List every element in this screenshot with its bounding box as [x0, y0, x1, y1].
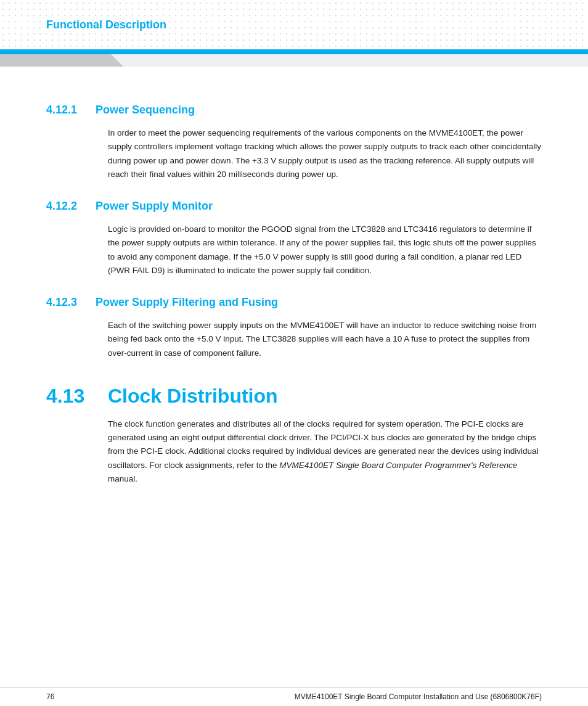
section-heading-4-12-1: 4.12.1 Power Sequencing — [46, 104, 542, 117]
body-text-4-12-1: In order to meet the power sequencing re… — [46, 126, 542, 181]
section-4-12-2: 4.12.2 Power Supply Monitor Logic is pro… — [46, 200, 542, 277]
body-text-4-12-2: Logic is provided on-board to monitor th… — [46, 223, 542, 277]
section-number-4-13: 4.13 — [46, 385, 108, 408]
section-title-4-13: Clock Distribution — [108, 385, 278, 408]
blue-accent-bar — [0, 49, 588, 54]
body-text-4-13: The clock function generates and distrib… — [46, 417, 542, 486]
section-4-13: 4.13 Clock Distribution The clock functi… — [46, 385, 542, 486]
section-heading-4-13: 4.13 Clock Distribution — [46, 385, 542, 408]
section-title-4-12-3: Power Supply Filtering and Fusing — [96, 296, 278, 309]
section-title-4-12-2: Power Supply Monitor — [96, 200, 213, 213]
main-content: 4.12.1 Power Sequencing In order to meet… — [0, 67, 588, 535]
section-4-12-1: 4.12.1 Power Sequencing In order to meet… — [46, 104, 542, 181]
page-footer: 76 MVME4100ET Single Board Computer Inst… — [0, 687, 588, 706]
footer-page-number: 76 — [46, 692, 54, 701]
header: Functional Description — [0, 0, 588, 49]
body-text-4-13-part3: manual. — [108, 474, 137, 483]
body-text-4-13-italic: MVME4100ET Single Board Computer Program… — [279, 461, 517, 470]
section-heading-4-12-3: 4.12.3 Power Supply Filtering and Fusing — [46, 296, 542, 309]
section-number-4-12-3: 4.12.3 — [46, 296, 96, 309]
section-4-12-3: 4.12.3 Power Supply Filtering and Fusing… — [46, 296, 542, 360]
footer-document-title: MVME4100ET Single Board Computer Install… — [295, 692, 542, 701]
section-number-4-12-1: 4.12.1 — [46, 104, 96, 117]
section-number-4-12-2: 4.12.2 — [46, 200, 96, 213]
body-text-4-12-3: Each of the switching power supply input… — [46, 319, 542, 360]
gray-decorative-bar — [0, 54, 588, 67]
header-title: Functional Description — [46, 18, 166, 31]
section-title-4-12-1: Power Sequencing — [96, 104, 195, 117]
section-heading-4-12-2: 4.12.2 Power Supply Monitor — [46, 200, 542, 213]
